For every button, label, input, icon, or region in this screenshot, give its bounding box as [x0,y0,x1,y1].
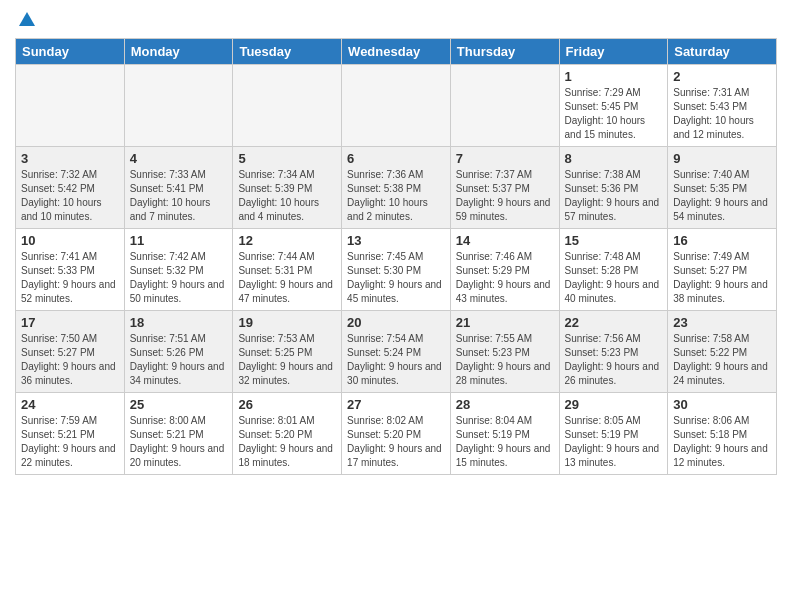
header [15,10,777,30]
day-cell: 10Sunrise: 7:41 AMSunset: 5:33 PMDayligh… [16,229,125,311]
header-saturday: Saturday [668,39,777,65]
day-info: Sunrise: 7:48 AMSunset: 5:28 PMDaylight:… [565,250,663,306]
day-number: 20 [347,315,445,330]
day-info: Sunrise: 7:31 AMSunset: 5:43 PMDaylight:… [673,86,771,142]
day-info: Sunrise: 7:58 AMSunset: 5:22 PMDaylight:… [673,332,771,388]
day-number: 19 [238,315,336,330]
day-info: Sunrise: 7:49 AMSunset: 5:27 PMDaylight:… [673,250,771,306]
header-friday: Friday [559,39,668,65]
day-number: 28 [456,397,554,412]
day-info: Sunrise: 8:05 AMSunset: 5:19 PMDaylight:… [565,414,663,470]
day-number: 14 [456,233,554,248]
day-cell: 26Sunrise: 8:01 AMSunset: 5:20 PMDayligh… [233,393,342,475]
header-wednesday: Wednesday [342,39,451,65]
day-cell: 27Sunrise: 8:02 AMSunset: 5:20 PMDayligh… [342,393,451,475]
day-number: 26 [238,397,336,412]
day-number: 23 [673,315,771,330]
day-cell: 6Sunrise: 7:36 AMSunset: 5:38 PMDaylight… [342,147,451,229]
calendar-table: SundayMondayTuesdayWednesdayThursdayFrid… [15,38,777,475]
day-cell: 3Sunrise: 7:32 AMSunset: 5:42 PMDaylight… [16,147,125,229]
day-number: 22 [565,315,663,330]
day-info: Sunrise: 7:53 AMSunset: 5:25 PMDaylight:… [238,332,336,388]
day-cell: 18Sunrise: 7:51 AMSunset: 5:26 PMDayligh… [124,311,233,393]
week-row-1: 1Sunrise: 7:29 AMSunset: 5:45 PMDaylight… [16,65,777,147]
day-cell: 19Sunrise: 7:53 AMSunset: 5:25 PMDayligh… [233,311,342,393]
week-row-5: 24Sunrise: 7:59 AMSunset: 5:21 PMDayligh… [16,393,777,475]
day-info: Sunrise: 8:01 AMSunset: 5:20 PMDaylight:… [238,414,336,470]
day-number: 12 [238,233,336,248]
day-number: 30 [673,397,771,412]
day-cell: 21Sunrise: 7:55 AMSunset: 5:23 PMDayligh… [450,311,559,393]
day-info: Sunrise: 7:33 AMSunset: 5:41 PMDaylight:… [130,168,228,224]
day-info: Sunrise: 7:34 AMSunset: 5:39 PMDaylight:… [238,168,336,224]
logo-icon [17,10,37,30]
day-info: Sunrise: 7:59 AMSunset: 5:21 PMDaylight:… [21,414,119,470]
day-info: Sunrise: 8:00 AMSunset: 5:21 PMDaylight:… [130,414,228,470]
day-cell: 4Sunrise: 7:33 AMSunset: 5:41 PMDaylight… [124,147,233,229]
page: SundayMondayTuesdayWednesdayThursdayFrid… [0,0,792,612]
day-cell: 30Sunrise: 8:06 AMSunset: 5:18 PMDayligh… [668,393,777,475]
day-number: 24 [21,397,119,412]
day-info: Sunrise: 7:29 AMSunset: 5:45 PMDaylight:… [565,86,663,142]
day-cell: 15Sunrise: 7:48 AMSunset: 5:28 PMDayligh… [559,229,668,311]
day-cell: 13Sunrise: 7:45 AMSunset: 5:30 PMDayligh… [342,229,451,311]
day-number: 1 [565,69,663,84]
day-info: Sunrise: 7:40 AMSunset: 5:35 PMDaylight:… [673,168,771,224]
day-info: Sunrise: 7:54 AMSunset: 5:24 PMDaylight:… [347,332,445,388]
day-cell: 22Sunrise: 7:56 AMSunset: 5:23 PMDayligh… [559,311,668,393]
day-number: 6 [347,151,445,166]
header-row: SundayMondayTuesdayWednesdayThursdayFrid… [16,39,777,65]
day-cell [16,65,125,147]
day-cell: 8Sunrise: 7:38 AMSunset: 5:36 PMDaylight… [559,147,668,229]
day-number: 18 [130,315,228,330]
day-info: Sunrise: 8:04 AMSunset: 5:19 PMDaylight:… [456,414,554,470]
day-cell: 2Sunrise: 7:31 AMSunset: 5:43 PMDaylight… [668,65,777,147]
day-info: Sunrise: 7:38 AMSunset: 5:36 PMDaylight:… [565,168,663,224]
svg-marker-0 [19,12,35,26]
day-cell: 1Sunrise: 7:29 AMSunset: 5:45 PMDaylight… [559,65,668,147]
day-info: Sunrise: 7:46 AMSunset: 5:29 PMDaylight:… [456,250,554,306]
day-cell [342,65,451,147]
day-number: 13 [347,233,445,248]
day-cell: 11Sunrise: 7:42 AMSunset: 5:32 PMDayligh… [124,229,233,311]
day-info: Sunrise: 7:36 AMSunset: 5:38 PMDaylight:… [347,168,445,224]
day-number: 15 [565,233,663,248]
day-number: 29 [565,397,663,412]
day-number: 3 [21,151,119,166]
day-info: Sunrise: 7:56 AMSunset: 5:23 PMDaylight:… [565,332,663,388]
day-cell [233,65,342,147]
day-info: Sunrise: 8:06 AMSunset: 5:18 PMDaylight:… [673,414,771,470]
day-number: 10 [21,233,119,248]
day-info: Sunrise: 8:02 AMSunset: 5:20 PMDaylight:… [347,414,445,470]
day-number: 5 [238,151,336,166]
day-info: Sunrise: 7:32 AMSunset: 5:42 PMDaylight:… [21,168,119,224]
day-number: 7 [456,151,554,166]
day-cell: 12Sunrise: 7:44 AMSunset: 5:31 PMDayligh… [233,229,342,311]
day-number: 17 [21,315,119,330]
day-cell: 23Sunrise: 7:58 AMSunset: 5:22 PMDayligh… [668,311,777,393]
logo-text [15,10,37,30]
day-cell: 17Sunrise: 7:50 AMSunset: 5:27 PMDayligh… [16,311,125,393]
day-number: 11 [130,233,228,248]
day-info: Sunrise: 7:51 AMSunset: 5:26 PMDaylight:… [130,332,228,388]
day-cell: 25Sunrise: 8:00 AMSunset: 5:21 PMDayligh… [124,393,233,475]
day-cell [124,65,233,147]
day-cell [450,65,559,147]
day-number: 21 [456,315,554,330]
day-info: Sunrise: 7:44 AMSunset: 5:31 PMDaylight:… [238,250,336,306]
day-number: 25 [130,397,228,412]
week-row-3: 10Sunrise: 7:41 AMSunset: 5:33 PMDayligh… [16,229,777,311]
week-row-4: 17Sunrise: 7:50 AMSunset: 5:27 PMDayligh… [16,311,777,393]
day-cell: 28Sunrise: 8:04 AMSunset: 5:19 PMDayligh… [450,393,559,475]
day-number: 9 [673,151,771,166]
day-number: 4 [130,151,228,166]
header-monday: Monday [124,39,233,65]
day-cell: 20Sunrise: 7:54 AMSunset: 5:24 PMDayligh… [342,311,451,393]
day-number: 27 [347,397,445,412]
day-info: Sunrise: 7:50 AMSunset: 5:27 PMDaylight:… [21,332,119,388]
day-cell: 24Sunrise: 7:59 AMSunset: 5:21 PMDayligh… [16,393,125,475]
day-cell: 29Sunrise: 8:05 AMSunset: 5:19 PMDayligh… [559,393,668,475]
logo [15,10,37,30]
week-row-2: 3Sunrise: 7:32 AMSunset: 5:42 PMDaylight… [16,147,777,229]
day-cell: 5Sunrise: 7:34 AMSunset: 5:39 PMDaylight… [233,147,342,229]
